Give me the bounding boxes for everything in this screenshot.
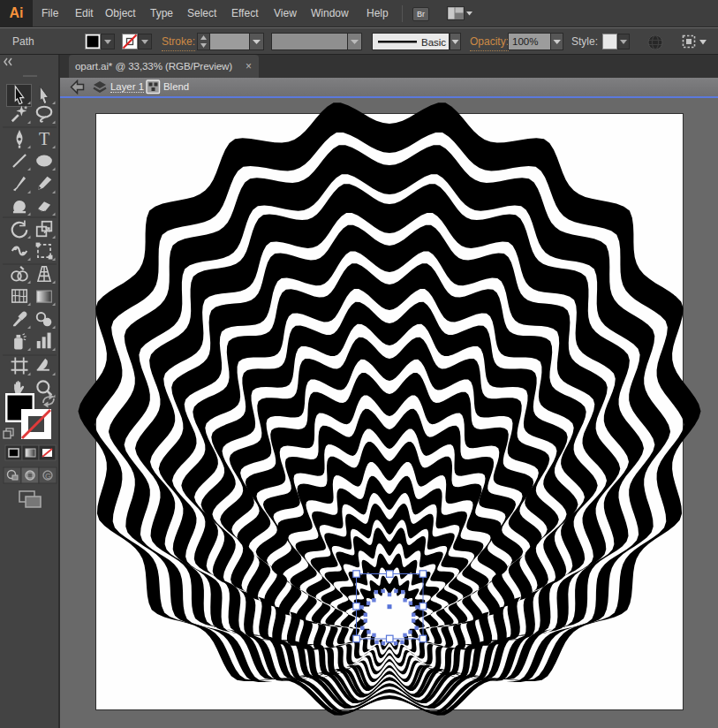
svg-text:100%: 100% [512, 36, 538, 47]
svg-text:Basic: Basic [421, 37, 446, 48]
svg-text:T: T [39, 129, 49, 148]
svg-text:G: G [45, 472, 51, 481]
